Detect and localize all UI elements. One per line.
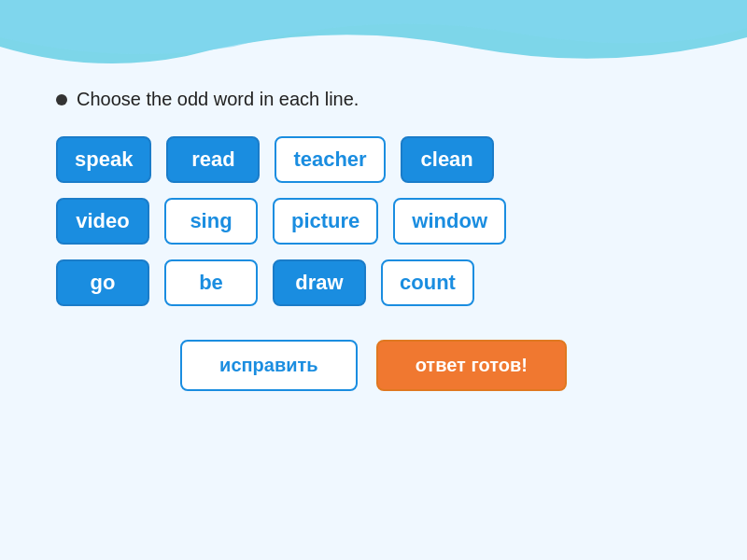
word-grid: speakreadteachercleanvideosingpicturewin… [56,136,691,306]
word-button-1-3[interactable]: window [393,198,506,245]
word-button-2-3[interactable]: count [381,259,474,306]
word-row-0: speakreadteacherclean [56,136,691,183]
instruction: Choose the odd word in each line. [56,89,691,110]
bullet-icon [56,94,67,105]
bottom-buttons: исправить ответ готов! [56,340,691,391]
ready-button[interactable]: ответ готов! [376,340,567,391]
word-button-0-3[interactable]: clean [401,136,494,183]
word-button-1-1[interactable]: sing [164,198,258,245]
word-button-0-2[interactable]: teacher [275,136,385,183]
word-button-2-0[interactable]: go [56,259,149,306]
word-button-1-2[interactable]: picture [273,198,378,245]
word-button-0-0[interactable]: speak [56,136,151,183]
word-button-0-1[interactable]: read [166,136,260,183]
word-button-1-0[interactable]: video [56,198,149,245]
word-row-2: gobedrawcount [56,259,691,306]
instruction-text: Choose the odd word in each line. [77,89,359,110]
correct-button[interactable]: исправить [180,340,358,391]
word-button-2-2[interactable]: draw [273,259,366,306]
word-button-2-1[interactable]: be [164,259,258,306]
word-row-1: videosingpicturewindow [56,198,691,245]
